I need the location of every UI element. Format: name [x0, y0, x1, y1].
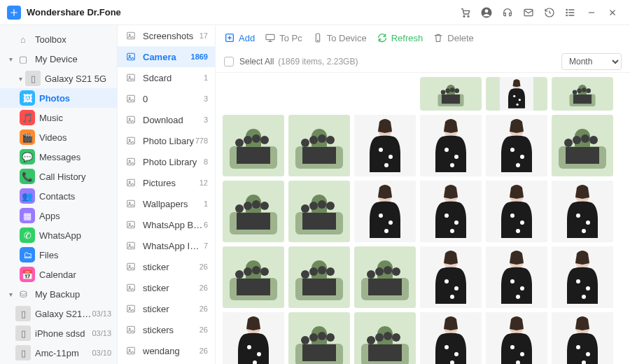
- sidebar-item-videos[interactable]: 🎬Videos: [0, 127, 117, 147]
- photo-thumb[interactable]: [552, 312, 613, 364]
- folder-item[interactable]: Camera1869: [118, 46, 215, 67]
- sidebar-mydevice[interactable]: ▾ ▢ My Device: [0, 49, 117, 69]
- folder-item[interactable]: WhatsApp Busin...6: [118, 214, 215, 235]
- folder-item[interactable]: wendang26: [118, 340, 215, 361]
- photo-thumb[interactable]: [420, 115, 482, 176]
- sidebar-item-photos[interactable]: 🖼Photos: [0, 88, 117, 108]
- home-icon: ⌂: [15, 31, 31, 47]
- user-icon[interactable]: [477, 4, 496, 22]
- folder-item[interactable]: Screenshots17: [118, 25, 215, 46]
- folder-item[interactable]: sticker26: [118, 277, 215, 298]
- delete-button[interactable]: Delete: [433, 32, 474, 43]
- add-button[interactable]: Add: [224, 32, 255, 43]
- sidebar-item-messages[interactable]: 💬Messages: [0, 147, 117, 167]
- svg-point-175: [301, 336, 309, 344]
- folder-item[interactable]: sticker26: [118, 298, 215, 319]
- photo-thumb[interactable]: [223, 115, 284, 176]
- backup-item[interactable]: ▯iPhone sdsd03/13: [0, 323, 117, 343]
- photo-thumb[interactable]: [354, 181, 416, 242]
- photo-thumb[interactable]: [354, 115, 416, 176]
- photo-thumb[interactable]: [552, 115, 613, 176]
- photo-thumb[interactable]: [486, 181, 547, 242]
- device-icon: ▢: [15, 51, 31, 66]
- svg-point-123: [450, 229, 454, 233]
- photo-thumb[interactable]: [552, 181, 613, 242]
- svg-rect-36: [127, 326, 135, 332]
- sidebar-item-whatsapp[interactable]: ✆WhatsApp: [0, 225, 117, 245]
- sidebar-label: Apps: [39, 211, 111, 221]
- folder-item[interactable]: 03: [118, 88, 215, 109]
- photo-thumb[interactable]: [288, 181, 350, 242]
- to-pc-button[interactable]: To Pc: [265, 32, 302, 43]
- cart-icon[interactable]: [456, 4, 475, 22]
- sidebar-label: Music: [39, 113, 111, 123]
- photo-thumb[interactable]: [288, 312, 350, 364]
- close-button[interactable]: [603, 4, 622, 22]
- sidebar-item-files[interactable]: 🗂Files: [0, 245, 117, 265]
- folder-item[interactable]: Sdcard1: [118, 67, 215, 88]
- folder-item[interactable]: Pictures12: [118, 172, 215, 193]
- sidebar-item-calendar[interactable]: 📅Calendar: [0, 265, 117, 284]
- folder-label: Pictures: [143, 178, 200, 188]
- photo-thumb[interactable]: [552, 246, 613, 308]
- folder-item[interactable]: Photo Library8: [118, 151, 215, 172]
- photo-thumb[interactable]: [486, 115, 547, 176]
- sidebar-toolbox[interactable]: ⌂ Toolbox: [0, 29, 117, 49]
- sidebar-item-apps[interactable]: ▦Apps: [0, 206, 117, 225]
- svg-point-162: [520, 286, 524, 290]
- svg-point-189: [444, 345, 449, 349]
- backup-item[interactable]: ▯Galaxy S21 5G03/13: [0, 304, 117, 323]
- select-all-checkbox[interactable]: [224, 57, 234, 66]
- photo-thumb[interactable]: [288, 115, 350, 176]
- folder-item[interactable]: Wallpapers1: [118, 193, 215, 214]
- svg-point-119: [384, 229, 388, 233]
- photo-thumb[interactable]: [288, 246, 350, 308]
- folder-item[interactable]: stickers26: [118, 319, 215, 340]
- folder-item[interactable]: WhatsApp Images7: [118, 235, 215, 256]
- photo-thumb[interactable]: [354, 246, 416, 308]
- sidebar-item-call-history[interactable]: 📞Call History: [0, 167, 117, 186]
- category-icon: ✆: [20, 227, 35, 243]
- svg-rect-187: [368, 344, 402, 361]
- photo-thumb[interactable]: [420, 312, 482, 364]
- sidebar-item-contacts[interactable]: 👥Contacts: [0, 186, 117, 206]
- history-icon[interactable]: [540, 4, 559, 22]
- svg-point-151: [367, 270, 375, 279]
- photo-thumb[interactable]: [486, 312, 547, 364]
- list-icon[interactable]: [561, 4, 580, 22]
- sidebar-label: Messages: [39, 152, 111, 162]
- main-panel: Add To Pc To Device Refresh Delete Selec…: [216, 25, 630, 364]
- folder-label: WhatsApp Images: [143, 241, 204, 251]
- backup-item[interactable]: ▯Amc-11pm03/10: [0, 343, 117, 363]
- support-icon[interactable]: [498, 4, 517, 22]
- sidebar-mybackup[interactable]: ▾ ⛁ My Backup: [0, 284, 117, 304]
- svg-point-190: [454, 352, 458, 356]
- mail-icon[interactable]: [519, 4, 538, 22]
- photo-thumb[interactable]: [486, 246, 547, 308]
- photo-thumb[interactable]: [354, 312, 416, 364]
- sidebar-device[interactable]: ▾ ▯ Galaxy S21 5G: [0, 69, 117, 88]
- sidebar-label: Contacts: [39, 191, 111, 202]
- photo-thumb[interactable]: [420, 181, 482, 242]
- folder-count: 778: [195, 136, 208, 145]
- sidebar-item-music[interactable]: 🎵Music: [0, 108, 117, 127]
- photo-thumb[interactable]: [223, 312, 284, 364]
- photo-thumb[interactable]: [486, 77, 547, 111]
- folder-item[interactable]: Download3: [118, 109, 215, 130]
- group-select[interactable]: Month: [561, 53, 622, 70]
- folder-item[interactable]: Photo Libary778: [118, 130, 215, 151]
- photo-thumb[interactable]: [420, 246, 482, 308]
- folder-label: WhatsApp Busin...: [143, 220, 204, 230]
- refresh-button[interactable]: Refresh: [377, 32, 424, 43]
- photo-thumb[interactable]: [552, 77, 613, 111]
- sidebar-label: Photos: [39, 93, 111, 104]
- photo-thumb[interactable]: [223, 246, 284, 308]
- minimize-button[interactable]: [582, 4, 601, 22]
- folder-item[interactable]: sticker26: [118, 256, 215, 277]
- phone-icon: ▯: [15, 306, 31, 321]
- photo-thumb[interactable]: [420, 77, 482, 111]
- svg-point-48: [445, 88, 450, 93]
- to-device-button[interactable]: To Device: [312, 32, 367, 43]
- photo-thumb[interactable]: [223, 181, 284, 242]
- svg-point-169: [247, 345, 251, 349]
